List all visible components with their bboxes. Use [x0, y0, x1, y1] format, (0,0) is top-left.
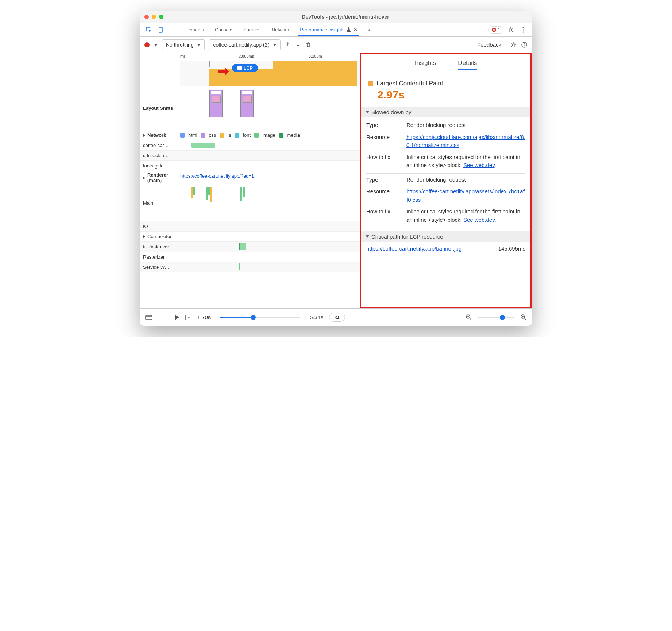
svg-line-12	[470, 318, 471, 320]
window-title: DevTools - jec.fyi/demo/menu-hover	[163, 14, 528, 20]
maximize-window-button[interactable]	[159, 15, 163, 19]
traffic-lights	[144, 15, 163, 19]
tab-performance-insights[interactable]: Performance insights ✕	[298, 23, 359, 36]
inspect-icon[interactable]	[144, 25, 154, 35]
kebab-menu-icon[interactable]	[518, 25, 528, 35]
tab-console[interactable]: Console	[213, 24, 234, 35]
renderer-url-link[interactable]: https://coffee-cart.netlify.app/?ad=1	[180, 173, 254, 179]
svg-text:?: ?	[523, 43, 525, 47]
lcp-color-swatch	[368, 81, 373, 86]
critical-resource-link[interactable]: https://coffee-cart.netlify.app/banner.j…	[366, 245, 461, 252]
tab-sources[interactable]: Sources	[242, 24, 262, 35]
chevron-down-icon	[273, 44, 277, 46]
timeline-pane[interactable]: ms 2,880ms 3,200m ➡ LCP Layout Shifts	[140, 53, 361, 308]
delete-icon[interactable]	[305, 42, 311, 48]
import-icon[interactable]	[295, 42, 301, 48]
network-track-header: Network html css js font image media	[140, 130, 360, 140]
layout-shift-thumb[interactable]	[240, 90, 254, 117]
task-bar[interactable]	[206, 187, 208, 200]
devtools-window: DevTools - jec.fyi/demo/menu-hover Eleme…	[140, 11, 532, 326]
more-tabs-icon[interactable]: »	[367, 27, 370, 32]
zoom-level[interactable]: x1	[329, 313, 345, 322]
renderer-label[interactable]: Renderer (main)	[140, 171, 180, 185]
network-legend: html css js font image media	[180, 130, 360, 140]
error-badge[interactable]: ✕ 1	[488, 26, 503, 34]
lcp-marker-line	[233, 53, 233, 308]
close-window-button[interactable]	[144, 15, 149, 19]
tab-insights[interactable]: Insights	[415, 59, 436, 70]
zoom-slider[interactable]	[478, 317, 514, 318]
recording-select[interactable]: coffee-cart.netlify.app (2)	[209, 39, 281, 50]
critical-path-header[interactable]: Critical path for LCP resource	[361, 231, 530, 242]
cpu-track	[180, 61, 360, 86]
time-ruler: ms 2,880ms 3,200m	[180, 53, 360, 61]
slowed-block-1: TypeRender blocking request Resourcehttp…	[361, 117, 530, 231]
task-bar[interactable]	[208, 187, 210, 195]
perf-toolbar: No throttling coffee-cart.netlify.app (2…	[140, 37, 532, 53]
zoom-in-icon[interactable]	[520, 314, 527, 321]
svg-point-5	[523, 31, 524, 32]
panel-tabbar: Elements Console Sources Network Perform…	[140, 23, 532, 37]
annotation-arrow: ➡	[217, 63, 229, 79]
resource-link[interactable]: https://cdnjs.cloudflare.com/ajax/libs/n…	[406, 134, 525, 148]
record-button[interactable]	[144, 42, 150, 47]
export-icon[interactable]	[285, 42, 291, 48]
renderer-track-header: Renderer (main) https://coffee-cart.netl…	[140, 171, 360, 185]
lcp-badge[interactable]: LCP	[232, 64, 258, 72]
scrubber-slider[interactable]	[220, 317, 300, 318]
io-row: IO	[140, 221, 360, 232]
rasterizer-row[interactable]: Rasterizer	[140, 242, 360, 252]
task-bar[interactable]	[239, 243, 246, 250]
play-button[interactable]	[175, 315, 179, 320]
time-position-start: 1.70s	[197, 314, 211, 320]
task-bar[interactable]	[243, 187, 245, 197]
compositor-row[interactable]: Compositor	[140, 232, 360, 242]
critical-resource-time: 145.695ms	[498, 245, 525, 252]
see-webdev-link[interactable]: See web.dev	[463, 162, 495, 168]
minimize-window-button[interactable]	[152, 15, 156, 19]
lcp-value: 2.97s	[377, 89, 524, 101]
task-bar[interactable]	[240, 187, 242, 201]
network-row[interactable]: coffee-car…	[140, 140, 360, 151]
layout-shift-thumb[interactable]	[209, 90, 223, 117]
network-row[interactable]: cdnjs.clou…	[140, 151, 360, 161]
task-bar[interactable]	[210, 187, 212, 202]
go-to-start-icon[interactable]: |←	[185, 314, 192, 320]
slowed-down-header[interactable]: Slowed down by	[361, 107, 530, 117]
settings-icon[interactable]	[506, 25, 516, 35]
zoom-out-icon[interactable]	[466, 314, 472, 321]
layout-shifts-track: Layout Shifts	[140, 86, 360, 130]
network-label[interactable]: Network	[140, 130, 180, 140]
titlebar: DevTools - jec.fyi/demo/menu-hover	[140, 11, 532, 23]
feedback-link[interactable]: Feedback	[477, 42, 501, 48]
close-tab-icon[interactable]: ✕	[353, 26, 358, 33]
svg-point-6	[512, 44, 514, 46]
tab-network[interactable]: Network	[270, 24, 291, 35]
tab-details[interactable]: Details	[458, 59, 477, 70]
details-pane: Insights Details Largest Contentful Pain…	[361, 53, 532, 308]
playback-footer: |← 1.70s 5.34s x1	[140, 308, 532, 326]
main-content: ms 2,880ms 3,200m ➡ LCP Layout Shifts	[140, 53, 532, 308]
record-menu-caret[interactable]	[154, 44, 158, 46]
network-row[interactable]: fonts.gsta…	[140, 161, 360, 171]
main-thread-row: Main	[140, 185, 360, 221]
request-bar[interactable]	[191, 143, 215, 148]
see-webdev-link[interactable]: See web.dev	[463, 217, 495, 223]
task-bar[interactable]	[193, 187, 195, 195]
svg-rect-1	[159, 27, 162, 32]
resource-link[interactable]: https://coffee-cart.netlify.app/assets/i…	[406, 188, 525, 203]
lcp-header: Largest Contentful Paint 2.97s	[361, 74, 530, 107]
help-icon[interactable]: ?	[521, 42, 528, 48]
time-position-end: 5.34s	[310, 314, 323, 320]
svg-rect-9	[146, 315, 152, 320]
chevron-down-icon	[197, 44, 201, 46]
task-bar[interactable]	[191, 187, 193, 198]
critical-path-row: https://coffee-cart.netlify.app/banner.j…	[361, 242, 530, 255]
main-tabs: Elements Console Sources Network Perform…	[183, 23, 370, 36]
panel-settings-icon[interactable]	[510, 42, 517, 48]
toggle-view-icon[interactable]	[145, 315, 152, 320]
task-bar[interactable]	[239, 263, 240, 270]
device-icon[interactable]	[156, 25, 166, 35]
throttling-select[interactable]: No throttling	[162, 39, 205, 50]
tab-elements[interactable]: Elements	[183, 24, 205, 35]
